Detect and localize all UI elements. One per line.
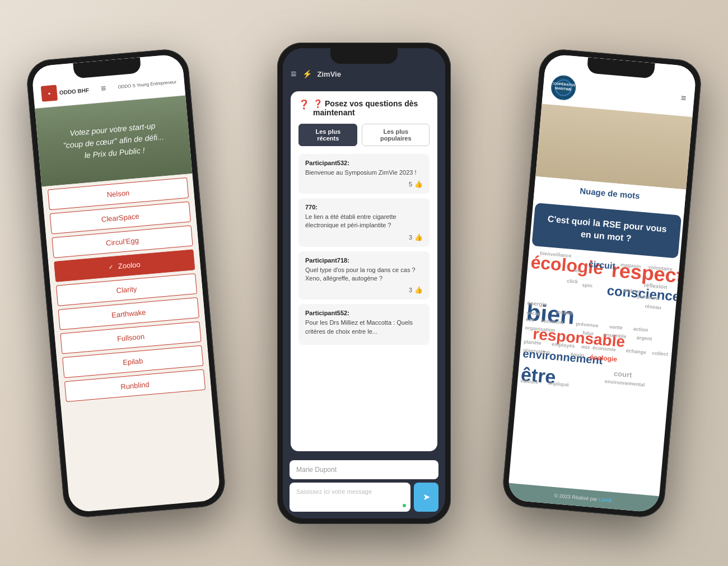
questions-card: ❓ ❓ Posez vos questions dès maintenant L… [291, 91, 437, 451]
footer-text: © 2023 Réalisé par [554, 493, 598, 502]
word-collect: collect [652, 350, 668, 357]
right-screen-content: COOPÉRATIVE MARITIME ≡ Nuage de mots C'e… [507, 53, 697, 512]
word-click: click [567, 278, 578, 284]
word-conscience: conscience [606, 283, 680, 303]
question-text-3: Quel type d'os pour la rog dans ce cas ?… [305, 266, 423, 283]
phone-right: COOPÉRATIVE MARITIME ≡ Nuage de mots C'e… [501, 47, 703, 518]
question-author-4: Participant552: [305, 310, 423, 316]
hamburger-icon-right[interactable]: ≡ [680, 93, 687, 104]
question-text-4: Pour les Drs Milliez et Maccotta : Quels… [305, 319, 423, 336]
thumb-icon-2[interactable]: 👍 [414, 233, 423, 241]
send-icon: ➤ [423, 492, 430, 502]
left-screen-content: ● ODDO BHF ≡ ODDO S Young Entrepreneur V… [31, 53, 221, 512]
oddo-logo: ● ODDO BHF [41, 82, 90, 101]
question-mark-icon: ❓ [298, 99, 310, 110]
question-item-1: Participant532: Bienvenue au Symposium Z… [298, 154, 430, 194]
livee-brand: LiveE [599, 496, 613, 503]
word-planete: planète [524, 339, 542, 346]
word-equip: équip [570, 352, 584, 358]
word-economie: économie [592, 345, 616, 352]
hamburger-icon-center[interactable]: ≡ [291, 68, 297, 80]
check-icon: ✓ [108, 263, 114, 270]
like-count-3: 3 [409, 287, 412, 293]
message-placeholder: Saisissez ici votre message [296, 488, 372, 495]
zimvie-logo: ZimVie [318, 70, 341, 78]
tab-popular[interactable]: Les plus populaires [362, 124, 430, 146]
tab-bar: Les plus récents Les plus populaires [298, 124, 430, 146]
thumb-icon-1[interactable]: 👍 [414, 180, 423, 188]
word-circuit: circuit [588, 259, 615, 270]
word-vente: vente [609, 324, 623, 330]
word-social: social [526, 310, 541, 316]
question-likes-2: 3 👍 [305, 233, 423, 241]
like-count-1: 5 [409, 181, 412, 188]
word-soi: soi [573, 268, 581, 273]
zimvie-logo-z: ⚡ [302, 69, 312, 78]
phone-left-screen: ● ODDO BHF ≡ ODDO S Young Entrepreneur V… [31, 53, 221, 512]
question-item-2: 770: Le lien a été établi entre cigarett… [298, 198, 430, 247]
like-count-2: 3 [409, 234, 412, 241]
word-argent: argent [636, 335, 652, 341]
phone-right-screen: COOPÉRATIVE MARITIME ≡ Nuage de mots C'e… [507, 53, 697, 512]
word-echange: échange [626, 348, 646, 354]
question-item-3: Participant718: Quel type d'os pour la r… [298, 251, 430, 300]
message-input[interactable]: Saisissez ici votre message [290, 483, 410, 512]
thumb-icon-3[interactable]: 👍 [414, 286, 423, 294]
word-prevenue: prévenue [576, 321, 599, 328]
message-input-row: Saisissez ici votre message ➤ [290, 483, 438, 512]
questions-title-text: ❓ Posez vos questions dès maintenant [313, 99, 430, 117]
status-dot [403, 504, 406, 507]
oddo-right-logo: ODDO S Young Entrepreneur [118, 79, 176, 90]
word-valeurs: valeurs [520, 378, 538, 385]
word-instant: instant [556, 309, 573, 316]
word-employes: employés [552, 342, 575, 349]
word-court: court [614, 369, 633, 378]
question-author-2: 770: [305, 204, 423, 211]
name-input[interactable]: Marie Dupont [290, 460, 438, 479]
word-action: action [633, 326, 648, 332]
question-author-1: Participant532: [305, 160, 423, 166]
question-likes-3: 3 👍 [305, 286, 423, 294]
word-futur: futur [582, 330, 594, 336]
word-eco: eco [525, 317, 534, 322]
word-spin: spin [582, 282, 592, 288]
phone-center-notch [330, 48, 398, 64]
word-ecologie2: écologie [590, 353, 618, 362]
word-reseau: réseau [645, 303, 661, 310]
oddo-brand: ODDO BHF [59, 86, 89, 95]
word-cloud: écologie respect bien conscience respons… [515, 250, 679, 419]
phone-center-screen: ≡ ⚡ ZimVie ❓ ❓ Posez vos questions dès m… [283, 48, 445, 518]
center-screen-content: ≡ ⚡ ZimVie ❓ ❓ Posez vos questions dès m… [283, 48, 445, 518]
send-button[interactable]: ➤ [414, 483, 438, 512]
questions-list: Participant532: Bienvenue au Symposium Z… [298, 154, 430, 350]
question-item-4: Participant552: Pour les Drs Milliez et … [298, 304, 430, 345]
question-likes-1: 5 👍 [305, 180, 423, 188]
message-input-area: Marie Dupont Saisissez ici votre message… [286, 457, 442, 515]
phones-container: ● ODDO BHF ≡ ODDO S Young Entrepreneur V… [28, 17, 700, 549]
oddo-icon: ● [41, 85, 58, 101]
word-mix: mix [581, 344, 590, 350]
hamburger-icon-left[interactable]: ≡ [100, 83, 106, 93]
vote-list: Nelson ClearSpace Circul'Egg ✓ Zooloo Cl… [41, 173, 211, 405]
question-text-1: Bienvenue au Symposium ZimVie 2023 ! [305, 169, 423, 177]
rse-question: C'est quoi la RSE pour vous en un mot ? [542, 212, 672, 249]
phone-left: ● ODDO BHF ≡ ODDO S Young Entrepreneur V… [25, 47, 227, 518]
maritime-logo: COOPÉRATIVE MARITIME [550, 74, 577, 101]
question-text-2: Le lien a été établi entre cigarette éle… [305, 213, 423, 230]
right-hero [535, 104, 692, 189]
left-hero: Votez pour votre start-up"coup de cœur" … [35, 95, 192, 186]
word-environnemental: environnemental [604, 378, 645, 387]
question-author-3: Participant718: [305, 257, 423, 264]
word-acteur: acteur [624, 287, 641, 294]
right-footer: © 2023 Réalisé par LiveE [507, 483, 660, 512]
tab-recents[interactable]: Les plus récents [298, 124, 357, 146]
phone-center: ≡ ⚡ ZimVie ❓ ❓ Posez vos questions dès m… [277, 43, 451, 524]
questions-title: ❓ ❓ Posez vos questions dès maintenant [298, 99, 430, 117]
hero-text: Votez pour votre start-up"coup de cœur" … [62, 119, 165, 162]
